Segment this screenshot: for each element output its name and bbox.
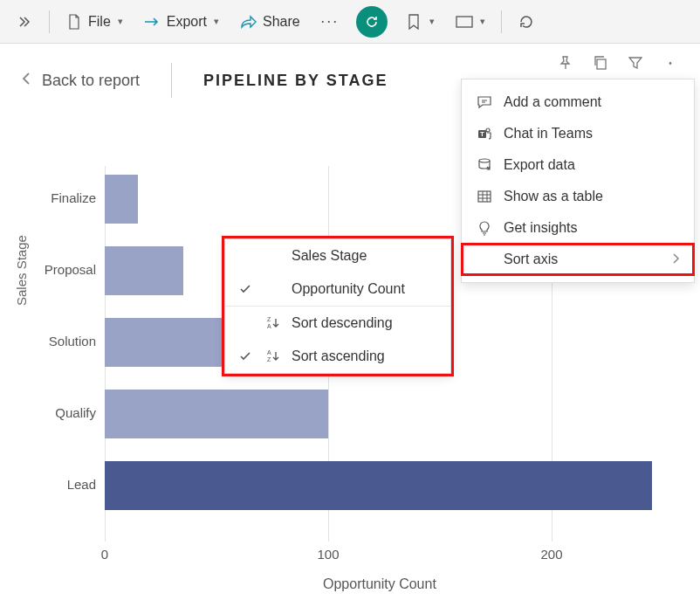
svg-text:T: T — [480, 130, 484, 138]
lightbulb-icon — [476, 219, 493, 237]
menu-label: Chat in Teams — [504, 126, 593, 141]
sort-submenu: Sales Stage Opportunity Count ZA Sort de… — [224, 238, 451, 374]
export-menu[interactable]: Export ▾ — [135, 8, 228, 36]
chevron-double-right-icon — [16, 13, 33, 31]
bar-category-label: Qualify — [12, 405, 96, 420]
chevron-right-icon — [671, 252, 680, 267]
chevron-down-icon: ▾ — [118, 16, 123, 27]
blank-icon — [476, 251, 493, 268]
toolbar-separator — [501, 10, 502, 33]
bar-category-label: Lead — [12, 477, 96, 492]
export-data-icon — [476, 156, 493, 174]
menu-label: Show as a table — [504, 189, 603, 204]
menu-add-comment[interactable]: Add a comment — [462, 86, 694, 118]
export-label: Export — [167, 14, 207, 30]
more-options[interactable]: ··· — [312, 8, 347, 36]
chevron-down-icon: ▾ — [480, 16, 485, 27]
share-button[interactable]: Share — [231, 8, 309, 36]
bar[interactable] — [105, 175, 138, 224]
x-tick-label: 0 — [101, 547, 108, 562]
menu-show-table[interactable]: Show as a table — [462, 181, 694, 212]
menu-label: Get insights — [504, 220, 577, 236]
sort-field-sales-stage[interactable]: Sales Stage — [225, 239, 450, 272]
bar-row — [105, 390, 328, 438]
svg-rect-0 — [456, 17, 472, 27]
sort-descending[interactable]: ZA Sort descending — [225, 307, 450, 340]
bar[interactable] — [105, 246, 183, 295]
chevron-left-icon — [21, 71, 31, 91]
comment-icon — [476, 93, 493, 111]
sort-desc-icon: ZA — [264, 316, 281, 330]
teams-icon: T — [476, 125, 493, 142]
sort-label: Sort descending — [292, 315, 393, 331]
sort-field-opportunity-count[interactable]: Opportunity Count — [225, 272, 450, 306]
x-axis-title: Opportunity Count — [323, 576, 436, 592]
bar[interactable] — [105, 390, 328, 438]
menu-label: Add a comment — [504, 94, 601, 110]
view-menu[interactable]: ▾ — [447, 8, 494, 36]
toolbar-overflow-left[interactable] — [7, 8, 42, 36]
bar-row — [105, 461, 652, 510]
bar-category-label: Proposal — [12, 262, 96, 277]
bar[interactable] — [105, 461, 652, 510]
menu-get-insights[interactable]: Get insights — [462, 212, 694, 244]
menu-export-data[interactable]: Export data — [462, 149, 694, 181]
header-separator — [171, 63, 172, 98]
check-icon — [237, 283, 253, 295]
chevron-down-icon: ▾ — [214, 16, 219, 27]
svg-rect-6 — [478, 191, 491, 202]
svg-text:A: A — [267, 323, 271, 329]
share-icon — [240, 13, 257, 31]
bar-row — [105, 175, 138, 224]
export-icon — [144, 13, 161, 31]
reload-button[interactable] — [509, 8, 544, 36]
rectangle-icon — [456, 13, 473, 31]
sort-label: Opportunity Count — [292, 281, 405, 297]
table-icon — [476, 188, 493, 205]
toolbar-separator — [49, 10, 50, 33]
back-label: Back to report — [42, 72, 140, 90]
bar-row — [105, 246, 183, 295]
chevron-down-icon: ▾ — [429, 16, 435, 27]
back-to-report[interactable]: Back to report — [21, 71, 140, 91]
svg-text:A: A — [267, 349, 271, 355]
menu-chat-teams[interactable]: T Chat in Teams — [462, 118, 694, 149]
file-icon — [65, 13, 83, 31]
x-tick-label: 100 — [317, 547, 339, 562]
page-title: PIPELINE BY STAGE — [203, 72, 388, 90]
ellipsis-icon: ··· — [321, 13, 339, 31]
svg-text:Z: Z — [267, 356, 271, 362]
svg-point-4 — [486, 128, 490, 132]
sort-ascending[interactable]: AZ Sort ascending — [225, 340, 450, 373]
x-tick-label: 200 — [540, 547, 562, 562]
file-label: File — [88, 14, 111, 30]
bar-category-label: Solution — [12, 334, 96, 348]
sort-asc-icon: AZ — [264, 349, 281, 363]
bookmark-menu[interactable]: ▾ — [396, 8, 443, 36]
bar-category-label: Finalize — [12, 190, 96, 205]
share-label: Share — [263, 14, 300, 30]
menu-label: Export data — [504, 157, 575, 173]
menu-sort-axis[interactable]: Sort axis — [462, 244, 694, 275]
context-menu: Add a comment T Chat in Teams Export dat… — [461, 79, 695, 283]
menu-label: Sort axis — [504, 252, 558, 267]
refresh-button[interactable] — [351, 6, 393, 38]
svg-text:Z: Z — [267, 316, 271, 322]
toolbar: File ▾ Export ▾ Share ··· ▾ ▾ — [0, 0, 700, 44]
svg-point-5 — [479, 159, 490, 162]
bookmark-icon — [405, 13, 422, 31]
check-icon — [237, 350, 253, 362]
refresh-icon — [356, 6, 388, 38]
reload-icon — [518, 13, 535, 31]
sort-label: Sort ascending — [292, 348, 385, 364]
file-menu[interactable]: File ▾ — [57, 8, 132, 36]
sort-label: Sales Stage — [292, 248, 367, 264]
